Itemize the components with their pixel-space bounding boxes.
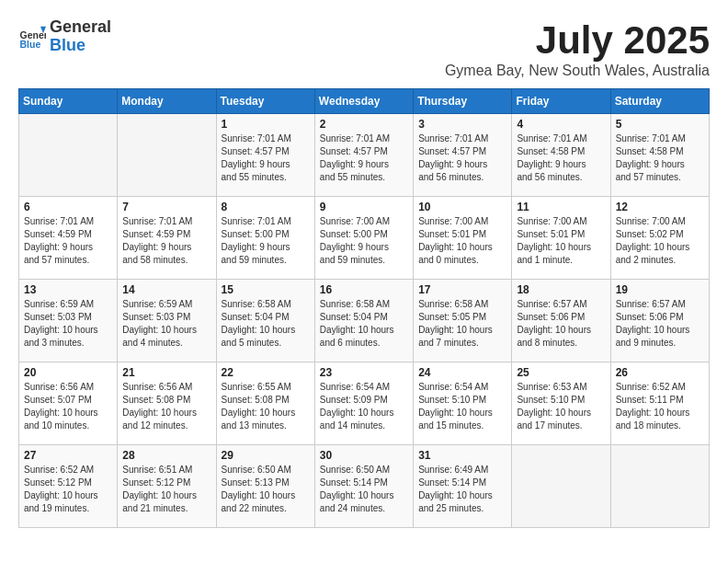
calendar-cell: 15Sunrise: 6:58 AM Sunset: 5:04 PM Dayli… bbox=[216, 280, 314, 362]
day-info: Sunrise: 6:59 AM Sunset: 5:03 PM Dayligh… bbox=[24, 298, 112, 350]
day-number: 16 bbox=[320, 283, 408, 296]
calendar-cell bbox=[118, 114, 216, 197]
calendar-cell: 14Sunrise: 6:59 AM Sunset: 5:03 PM Dayli… bbox=[118, 280, 216, 362]
day-info: Sunrise: 6:54 AM Sunset: 5:09 PM Dayligh… bbox=[320, 381, 408, 432]
page-header: General Blue General Blue July 2025 Gyme… bbox=[18, 18, 710, 79]
day-info: Sunrise: 7:01 AM Sunset: 4:59 PM Dayligh… bbox=[24, 215, 112, 267]
calendar-cell: 6Sunrise: 7:01 AM Sunset: 4:59 PM Daylig… bbox=[19, 197, 118, 280]
day-number: 14 bbox=[122, 283, 210, 296]
calendar-cell: 3Sunrise: 7:01 AM Sunset: 4:57 PM Daylig… bbox=[414, 114, 512, 197]
day-number: 1 bbox=[222, 118, 310, 131]
day-number: 26 bbox=[616, 366, 704, 379]
calendar-week-row: 1Sunrise: 7:01 AM Sunset: 4:57 PM Daylig… bbox=[19, 114, 710, 197]
calendar-cell: 24Sunrise: 6:54 AM Sunset: 5:10 PM Dayli… bbox=[414, 362, 512, 445]
calendar-week-row: 27Sunrise: 6:52 AM Sunset: 5:12 PM Dayli… bbox=[19, 445, 710, 528]
day-number: 8 bbox=[222, 201, 310, 213]
day-number: 27 bbox=[24, 449, 112, 462]
calendar-cell: 30Sunrise: 6:50 AM Sunset: 5:14 PM Dayli… bbox=[314, 445, 413, 528]
day-number: 19 bbox=[616, 283, 704, 296]
calendar-week-row: 13Sunrise: 6:59 AM Sunset: 5:03 PM Dayli… bbox=[19, 280, 710, 362]
calendar-cell: 13Sunrise: 6:59 AM Sunset: 5:03 PM Dayli… bbox=[19, 280, 118, 362]
day-info: Sunrise: 6:49 AM Sunset: 5:14 PM Dayligh… bbox=[418, 464, 506, 515]
calendar-cell: 2Sunrise: 7:01 AM Sunset: 4:57 PM Daylig… bbox=[314, 114, 413, 197]
logo-icon: General Blue bbox=[18, 23, 46, 51]
day-number: 3 bbox=[418, 118, 506, 131]
day-info: Sunrise: 6:56 AM Sunset: 5:08 PM Dayligh… bbox=[122, 381, 210, 432]
day-number: 23 bbox=[320, 366, 408, 379]
calendar-cell: 16Sunrise: 6:58 AM Sunset: 5:04 PM Dayli… bbox=[314, 280, 413, 362]
day-info: Sunrise: 6:55 AM Sunset: 5:08 PM Dayligh… bbox=[222, 381, 310, 432]
calendar-cell bbox=[512, 445, 610, 528]
day-number: 5 bbox=[616, 118, 704, 131]
calendar-cell bbox=[19, 114, 118, 197]
day-number: 24 bbox=[418, 366, 506, 379]
day-info: Sunrise: 6:51 AM Sunset: 5:12 PM Dayligh… bbox=[122, 464, 210, 515]
calendar-cell: 8Sunrise: 7:01 AM Sunset: 5:00 PM Daylig… bbox=[216, 197, 314, 280]
day-info: Sunrise: 7:01 AM Sunset: 5:00 PM Dayligh… bbox=[222, 215, 310, 267]
calendar-cell: 20Sunrise: 6:56 AM Sunset: 5:07 PM Dayli… bbox=[19, 362, 118, 445]
day-number: 11 bbox=[517, 201, 605, 213]
day-info: Sunrise: 7:01 AM Sunset: 4:57 PM Dayligh… bbox=[320, 132, 408, 184]
day-number: 28 bbox=[122, 449, 210, 462]
day-number: 31 bbox=[418, 449, 506, 462]
day-number: 9 bbox=[320, 201, 408, 213]
day-info: Sunrise: 6:53 AM Sunset: 5:10 PM Dayligh… bbox=[517, 381, 605, 432]
calendar-cell: 25Sunrise: 6:53 AM Sunset: 5:10 PM Dayli… bbox=[512, 362, 610, 445]
day-info: Sunrise: 7:01 AM Sunset: 4:58 PM Dayligh… bbox=[517, 132, 605, 184]
day-info: Sunrise: 6:50 AM Sunset: 5:13 PM Dayligh… bbox=[222, 464, 310, 515]
calendar-cell: 23Sunrise: 6:54 AM Sunset: 5:09 PM Dayli… bbox=[314, 362, 413, 445]
day-info: Sunrise: 6:58 AM Sunset: 5:04 PM Dayligh… bbox=[320, 298, 408, 350]
calendar-cell: 12Sunrise: 7:00 AM Sunset: 5:02 PM Dayli… bbox=[610, 197, 709, 280]
day-info: Sunrise: 7:01 AM Sunset: 4:57 PM Dayligh… bbox=[418, 132, 506, 184]
day-number: 7 bbox=[122, 201, 210, 213]
calendar-cell: 21Sunrise: 6:56 AM Sunset: 5:08 PM Dayli… bbox=[118, 362, 216, 445]
weekday-header-monday: Monday bbox=[118, 89, 216, 114]
day-info: Sunrise: 7:01 AM Sunset: 4:57 PM Dayligh… bbox=[222, 132, 310, 184]
calendar-cell: 28Sunrise: 6:51 AM Sunset: 5:12 PM Dayli… bbox=[118, 445, 216, 528]
day-number: 6 bbox=[24, 201, 112, 213]
location: Gymea Bay, New South Wales, Australia bbox=[445, 63, 710, 79]
calendar-cell: 19Sunrise: 6:57 AM Sunset: 5:06 PM Dayli… bbox=[610, 280, 709, 362]
calendar-cell: 11Sunrise: 7:00 AM Sunset: 5:01 PM Dayli… bbox=[512, 197, 610, 280]
day-info: Sunrise: 6:58 AM Sunset: 5:05 PM Dayligh… bbox=[418, 298, 506, 350]
day-number: 25 bbox=[517, 366, 605, 379]
day-info: Sunrise: 6:52 AM Sunset: 5:12 PM Dayligh… bbox=[24, 464, 112, 515]
calendar-cell: 1Sunrise: 7:01 AM Sunset: 4:57 PM Daylig… bbox=[216, 114, 314, 197]
day-info: Sunrise: 6:52 AM Sunset: 5:11 PM Dayligh… bbox=[616, 381, 704, 432]
day-number: 20 bbox=[24, 366, 112, 379]
logo-line1: General bbox=[50, 18, 111, 37]
day-number: 10 bbox=[418, 201, 506, 213]
day-number: 21 bbox=[122, 366, 210, 379]
day-number: 2 bbox=[320, 118, 408, 131]
weekday-header-wednesday: Wednesday bbox=[314, 89, 413, 114]
calendar-cell bbox=[610, 445, 709, 528]
calendar-cell: 27Sunrise: 6:52 AM Sunset: 5:12 PM Dayli… bbox=[19, 445, 118, 528]
day-number: 18 bbox=[517, 283, 605, 296]
logo: General Blue General Blue bbox=[18, 18, 111, 55]
day-info: Sunrise: 6:57 AM Sunset: 5:06 PM Dayligh… bbox=[616, 298, 704, 350]
day-number: 22 bbox=[222, 366, 310, 379]
weekday-header-row: SundayMondayTuesdayWednesdayThursdayFrid… bbox=[19, 89, 710, 114]
weekday-header-sunday: Sunday bbox=[19, 89, 118, 114]
calendar-cell: 17Sunrise: 6:58 AM Sunset: 5:05 PM Dayli… bbox=[414, 280, 512, 362]
calendar-cell: 4Sunrise: 7:01 AM Sunset: 4:58 PM Daylig… bbox=[512, 114, 610, 197]
svg-text:Blue: Blue bbox=[20, 39, 41, 50]
weekday-header-tuesday: Tuesday bbox=[216, 89, 314, 114]
day-info: Sunrise: 7:01 AM Sunset: 4:58 PM Dayligh… bbox=[616, 132, 704, 184]
calendar-cell: 9Sunrise: 7:00 AM Sunset: 5:00 PM Daylig… bbox=[314, 197, 413, 280]
title-block: July 2025 Gymea Bay, New South Wales, Au… bbox=[445, 18, 710, 79]
calendar-cell: 26Sunrise: 6:52 AM Sunset: 5:11 PM Dayli… bbox=[610, 362, 709, 445]
calendar-cell: 10Sunrise: 7:00 AM Sunset: 5:01 PM Dayli… bbox=[414, 197, 512, 280]
day-info: Sunrise: 6:59 AM Sunset: 5:03 PM Dayligh… bbox=[122, 298, 210, 350]
calendar-week-row: 20Sunrise: 6:56 AM Sunset: 5:07 PM Dayli… bbox=[19, 362, 710, 445]
logo-text: General Blue bbox=[50, 18, 111, 55]
day-number: 4 bbox=[517, 118, 605, 131]
day-info: Sunrise: 6:58 AM Sunset: 5:04 PM Dayligh… bbox=[222, 298, 310, 350]
day-info: Sunrise: 7:00 AM Sunset: 5:00 PM Dayligh… bbox=[320, 215, 408, 267]
calendar-cell: 22Sunrise: 6:55 AM Sunset: 5:08 PM Dayli… bbox=[216, 362, 314, 445]
weekday-header-thursday: Thursday bbox=[414, 89, 512, 114]
day-number: 12 bbox=[616, 201, 704, 213]
weekday-header-saturday: Saturday bbox=[610, 89, 709, 114]
day-number: 15 bbox=[222, 283, 310, 296]
calendar-cell: 31Sunrise: 6:49 AM Sunset: 5:14 PM Dayli… bbox=[414, 445, 512, 528]
